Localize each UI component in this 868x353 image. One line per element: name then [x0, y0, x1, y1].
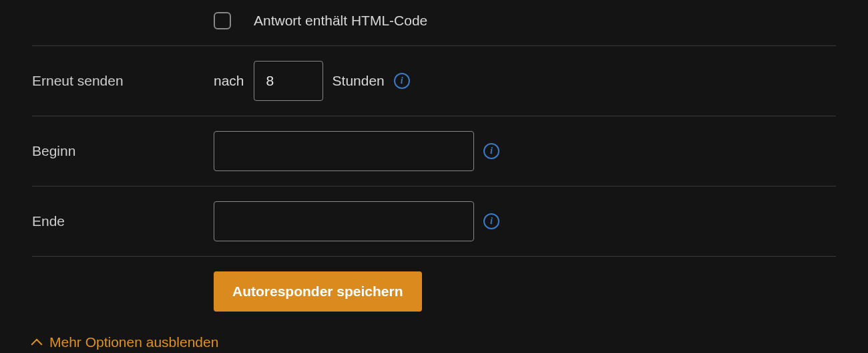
info-icon[interactable]: [483, 143, 499, 159]
end-row: Ende: [32, 187, 836, 257]
end-label: Ende: [32, 213, 214, 229]
resend-suffix: Stunden: [333, 73, 385, 89]
resend-label: Erneut senden: [32, 73, 214, 89]
chevron-up-icon: [32, 338, 41, 347]
html-code-row: Antwort enthält HTML-Code: [32, 0, 836, 46]
begin-row: Beginn: [32, 116, 836, 187]
resend-row: Erneut senden nach Stunden: [32, 46, 836, 116]
html-code-checkbox[interactable]: [214, 12, 231, 29]
actions-row: Autoresponder speichern: [32, 257, 836, 326]
begin-label: Beginn: [32, 143, 214, 159]
info-icon[interactable]: [394, 73, 410, 89]
html-code-label: Antwort enthält HTML-Code: [254, 13, 427, 29]
toggle-options-label: Mehr Optionen ausblenden: [49, 334, 218, 350]
begin-input[interactable]: [214, 131, 474, 171]
save-button[interactable]: Autoresponder speichern: [214, 271, 422, 312]
info-icon[interactable]: [483, 213, 499, 229]
resend-prefix: nach: [214, 73, 244, 89]
resend-hours-input[interactable]: [254, 61, 323, 101]
toggle-options[interactable]: Mehr Optionen ausblenden: [32, 326, 836, 350]
end-input[interactable]: [214, 201, 474, 241]
